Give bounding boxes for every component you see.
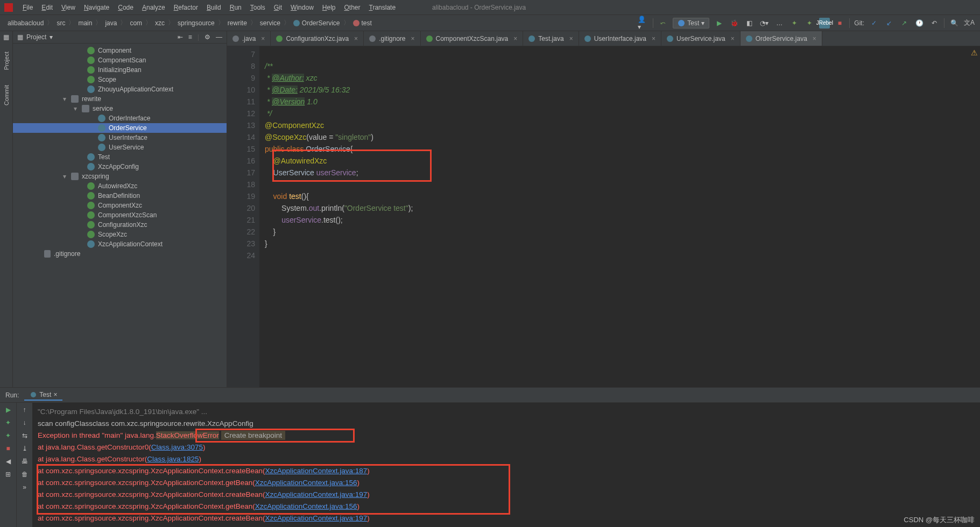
breadcrumb-item[interactable]: test [351,19,374,27]
breadcrumb-item[interactable]: src [54,19,67,27]
jrebel-config-button[interactable]: JRebel [819,18,830,29]
project-tree[interactable]: ComponentComponentScanInitializingBeanSc… [13,44,227,387]
editor-tab--gitignore[interactable]: .gitignore× [364,31,420,46]
breadcrumb-item[interactable]: OrderService [291,19,342,27]
tree-item-rewrite[interactable]: ▾rewrite [13,94,227,104]
tab-project[interactable]: Project [2,47,11,74]
line-number[interactable]: 14 [227,131,255,143]
console-line[interactable]: at java.lang.Class.getConstructor(Class.… [38,453,975,465]
close-icon[interactable]: × [652,35,655,42]
line-number[interactable]: 18 [227,179,255,190]
menu-git[interactable]: Git [270,4,286,11]
git-update-icon[interactable]: ↙ [884,18,894,29]
tree-item-scope[interactable]: Scope [13,75,227,84]
tree-item-xzcapplicationcontext[interactable]: XzcApplicationContext [13,239,227,249]
block-icon[interactable]: ▦ [3,33,9,41]
breadcrumb-item[interactable]: springsource [175,19,217,27]
breadcrumb-item[interactable]: alibabacloud [5,19,46,27]
run-tab-test[interactable]: Test × [24,390,62,401]
menu-build[interactable]: Build [202,4,225,11]
code-line[interactable]: @ComponentXzc [265,119,980,131]
console-line[interactable]: scan configClassclass com.xzc.springsour… [38,418,975,430]
editor-tab-userservice-java[interactable]: UserService.java× [661,31,741,46]
code-editor[interactable]: 789101112131415161718192021222324 /** * … [227,46,980,387]
build-hammer-icon[interactable]: ⤺ [658,18,668,29]
user-icon[interactable]: 👤▾ [638,18,648,29]
console-line[interactable]: at com.xzc.springsource.xzcspring.XzcApp… [38,465,975,477]
line-number[interactable]: 12 [227,108,255,119]
tree-item-test[interactable]: Test [13,152,227,162]
line-number[interactable]: 22 [227,226,255,238]
expand-icon[interactable]: ≡ [188,33,192,41]
close-icon[interactable]: × [731,35,735,42]
line-number[interactable]: 21 [227,214,255,226]
console-line[interactable]: at com.xzc.springsource.xzcspring.XzcApp… [38,512,975,524]
console-line[interactable]: at com.xzc.springsource.xzcspring.XzcApp… [38,477,975,489]
menu-window[interactable]: Window [286,4,318,11]
debug-button[interactable]: 🐞 [729,18,739,29]
code-line[interactable]: /** [265,60,980,72]
git-push-icon[interactable]: ↗ [899,18,910,29]
chevron-down-icon[interactable]: ▾ [50,33,53,41]
line-number[interactable]: 23 [227,238,255,250]
tree-item-zhouyuapplicationcontext[interactable]: ZhouyuApplicationContext [13,84,227,94]
print-icon[interactable]: 🖶 [22,458,28,465]
line-number[interactable]: 10 [227,84,255,96]
close-icon[interactable]: × [411,35,415,42]
trash-icon[interactable]: 🗑 [22,471,28,478]
close-icon[interactable]: × [53,391,57,398]
jrebel-debug-icon[interactable]: ✦ [5,432,11,439]
code-line[interactable]: } [265,238,980,250]
menu-translate[interactable]: Translate [365,4,400,11]
line-number[interactable]: 19 [227,190,255,202]
jrebel-button[interactable]: ✦ [789,18,800,29]
code-line[interactable] [265,179,980,190]
code-line[interactable]: System.out.println("OrderService test"); [265,202,980,214]
tree-item-xzcspring[interactable]: ▾xzcspring [13,172,227,181]
tree-item-beandefinition[interactable]: BeanDefinition [13,191,227,201]
tab-commit[interactable]: Commit [2,81,11,110]
search-icon[interactable]: 🔍 [949,18,960,29]
translate-icon[interactable]: 文A [964,18,975,29]
breadcrumb-item[interactable]: rewrite [225,19,249,27]
git-commit-icon[interactable]: ✓ [869,18,879,29]
editor-tab-configurationxzc-java[interactable]: ConfigurationXzc.java× [271,31,364,46]
stop-icon[interactable]: ■ [6,445,10,452]
code-line[interactable]: * @Date: 2021/9/5 16:32 [265,84,980,96]
breadcrumb-item[interactable]: main [76,19,94,27]
up-icon[interactable]: ↑ [23,406,26,414]
jrebel-debug-button[interactable]: ✦ [804,18,815,29]
code-content[interactable]: /** * @Author: xzc * @Date: 2021/9/5 16:… [259,46,980,387]
gutter[interactable]: 789101112131415161718192021222324 [227,46,259,387]
code-line[interactable] [265,48,980,60]
tree-item-orderinterface[interactable]: OrderInterface [13,113,227,123]
code-line[interactable]: @ScopeXzc(value = "singleton") [265,131,980,143]
code-line[interactable]: UserService userService; [265,167,980,179]
line-number[interactable]: 20 [227,202,255,214]
menu-run[interactable]: Run [225,4,246,11]
rerun-icon[interactable]: ▶ [6,406,11,414]
tree-item-xzcappconfig[interactable]: XzcAppConfig [13,162,227,172]
code-line[interactable] [265,250,980,261]
hide-icon[interactable]: — [216,33,222,41]
line-number[interactable]: 9 [227,72,255,84]
line-number[interactable]: 8 [227,60,255,72]
editor-tab-userinterface-java[interactable]: UserInterface.java× [579,31,661,46]
menu-help[interactable]: Help [318,4,340,11]
menu-analyze[interactable]: Analyze [138,4,170,11]
close-icon[interactable]: × [354,35,358,42]
tree-item-service[interactable]: ▾service [13,104,227,113]
code-line[interactable]: public class OrderService{ [265,143,980,155]
close-icon[interactable]: × [513,35,517,42]
close-icon[interactable]: × [261,35,265,42]
code-line[interactable]: void test(){ [265,190,980,202]
collapse-left-icon[interactable]: ⇤ [178,33,183,41]
tree-item-initializingbean[interactable]: InitializingBean [13,65,227,75]
menu-file[interactable]: File [18,4,37,11]
back-stack-icon[interactable]: ◀ [6,458,11,465]
breadcrumb-item[interactable]: xzc [153,19,167,27]
breadcrumb-item[interactable]: service [258,19,283,27]
menu-refactor[interactable]: Refactor [170,4,202,11]
console-line[interactable]: Exception in thread "main" java.lang.Sta… [38,430,975,441]
layout-icon[interactable]: ⊞ [5,471,11,478]
